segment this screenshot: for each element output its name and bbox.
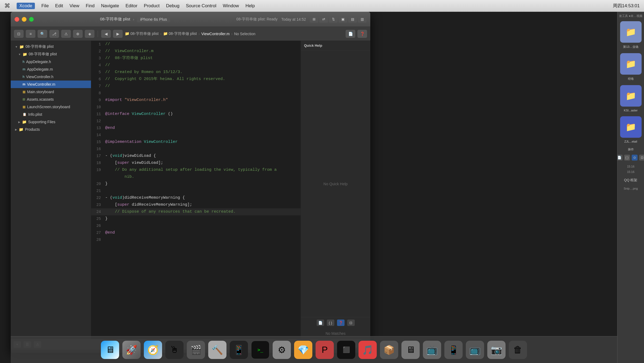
line-num-18: 18 bbox=[91, 159, 105, 166]
menu-window[interactable]: Window bbox=[223, 3, 239, 9]
menu-navigate[interactable]: Navigate bbox=[101, 3, 119, 9]
dock-gear[interactable]: ⚙ bbox=[273, 341, 291, 359]
dock-trash[interactable]: 🗑 bbox=[509, 341, 527, 359]
file-icon-m2: m bbox=[23, 82, 25, 86]
menu-find[interactable]: Find bbox=[86, 3, 94, 9]
nav-item-viewcontroller-m[interactable]: m ViewController.m bbox=[11, 81, 91, 88]
dock-app5[interactable]: 📱 bbox=[444, 341, 463, 359]
layout-btn-assistant[interactable]: ⇄ bbox=[319, 16, 328, 23]
hierarchy-btn[interactable]: ≡ bbox=[26, 30, 35, 38]
issues-btn[interactable]: ⚠ bbox=[61, 30, 71, 38]
layout-btn-version[interactable]: ⇅ bbox=[329, 16, 338, 23]
shelf-folder-1[interactable]: 📁 bbox=[620, 21, 642, 43]
shelf-btn-4[interactable]: ⊡ bbox=[639, 155, 644, 161]
insp-file-btn[interactable]: 📄 bbox=[317, 320, 324, 326]
apple-menu[interactable]: ⌘ bbox=[4, 2, 10, 9]
back-btn[interactable]: ◀ bbox=[101, 30, 111, 38]
line-content-22: - (void)didReceiveMemoryWarning { bbox=[105, 194, 301, 201]
code-line-19b: nib. bbox=[91, 173, 301, 180]
breadcrumb-file[interactable]: ViewController.m bbox=[201, 32, 230, 36]
toolbar-separator bbox=[98, 31, 98, 37]
dock-sketch[interactable]: 💎 bbox=[294, 341, 312, 359]
shelf-folder-3[interactable]: 📁 bbox=[620, 85, 642, 107]
shelf-btn-1[interactable]: 📄 bbox=[617, 155, 623, 161]
insp-accessibility-btn[interactable]: ⊡ bbox=[347, 320, 355, 326]
code-line-5: 5 // Created by Romeo on 15/12/3. bbox=[91, 69, 301, 76]
breadcrumb-group[interactable]: 📁 08-字符串做 plist bbox=[163, 31, 197, 36]
code-line-2: 2 // ViewController.m bbox=[91, 48, 301, 55]
nav-item-launch-storyboard[interactable]: ▦ LaunchScreen.storyboard bbox=[11, 103, 91, 111]
breadcrumb-project[interactable]: 📁 08-字符串做 plist bbox=[125, 31, 159, 36]
nav-item-group[interactable]: ▼ 📁 08-字符串做 plist bbox=[11, 50, 91, 58]
nav-item-viewcontroller-h[interactable]: h ViewController.h bbox=[11, 73, 91, 81]
search-btn[interactable]: 🔍 bbox=[38, 30, 47, 38]
dock-app7[interactable]: 📷 bbox=[487, 341, 506, 359]
nav-item-root[interactable]: ▼ 📁 08-字符串做 plist bbox=[11, 43, 91, 50]
dock-mouse[interactable]: 🖱 bbox=[165, 341, 184, 359]
shelf-folder-4[interactable]: 📁 bbox=[620, 116, 642, 138]
layout-buttons: ⊞ ⇄ ⇅ ▣ ▤ ▥ bbox=[310, 16, 367, 23]
shelf-btn-3[interactable]: ⊙ bbox=[632, 155, 638, 161]
device-label[interactable]: iPhone 6s Plus bbox=[137, 16, 170, 22]
dock-media[interactable]: 🎵 bbox=[358, 341, 377, 359]
nav-label-supporting: Supporting Files bbox=[28, 120, 55, 124]
menu-product[interactable]: Product bbox=[144, 3, 160, 9]
shelf-btn-2[interactable]: { } bbox=[624, 155, 630, 161]
dock-finder[interactable]: 🖥 bbox=[101, 341, 119, 359]
dock-app4[interactable]: 📺 bbox=[423, 341, 441, 359]
folder-icon-shelf-1: 📁 bbox=[625, 27, 636, 37]
nav-item-appdelegate-h[interactable]: h AppDelegate.h bbox=[11, 58, 91, 66]
menu-help[interactable]: Help bbox=[246, 3, 255, 9]
menu-xcode[interactable]: Xcode bbox=[17, 3, 35, 9]
menu-debug[interactable]: Debug bbox=[166, 3, 180, 9]
nav-item-appdelegate-m[interactable]: m AppDelegate.m bbox=[11, 66, 91, 73]
dock-video[interactable]: 🎬 bbox=[187, 341, 205, 359]
forward-btn[interactable]: ▶ bbox=[113, 30, 123, 38]
breakpoint-btn[interactable]: ◈ bbox=[85, 30, 94, 38]
menu-view[interactable]: View bbox=[69, 3, 79, 9]
menu-source-control[interactable]: Source Control bbox=[186, 3, 216, 9]
shelf-folder-2[interactable]: 📁 bbox=[620, 53, 642, 75]
triangle-icon-group: ▼ bbox=[18, 53, 21, 56]
trash-icon: 🗑 bbox=[513, 344, 522, 355]
nav-item-products[interactable]: ▶ 📁 Products bbox=[11, 126, 91, 133]
dock-hammer[interactable]: 🔨 bbox=[208, 341, 226, 359]
code-editor[interactable]: 1 // 2 // ViewController.m 3 // 08-字符串做 … bbox=[91, 41, 301, 339]
menu-file[interactable]: File bbox=[41, 3, 49, 9]
dock-terminal2[interactable]: ⬛ bbox=[337, 341, 355, 359]
minimize-button[interactable] bbox=[22, 17, 27, 22]
dock-app6[interactable]: 📺 bbox=[466, 341, 484, 359]
vcs-btn[interactable]: ⎇ bbox=[49, 30, 59, 38]
find-btn[interactable]: ⊕ bbox=[73, 30, 83, 38]
layout-btn-debug[interactable]: ▤ bbox=[348, 16, 357, 23]
navigator-toggle[interactable]: ⊡ bbox=[14, 30, 24, 38]
nav-item-info-plist[interactable]: 📋 Info.plist bbox=[11, 111, 91, 118]
nav-item-assets[interactable]: ⊞ Assets.xcassets bbox=[11, 96, 91, 103]
dock-terminal[interactable]: >_ bbox=[251, 341, 269, 359]
menu-edit[interactable]: Edit bbox=[55, 3, 63, 9]
close-button[interactable] bbox=[14, 17, 19, 22]
breadcrumb-symbol[interactable]: No Selection bbox=[234, 32, 255, 36]
dock-app2[interactable]: 📦 bbox=[380, 341, 398, 359]
dock-app3[interactable]: 🖥 bbox=[401, 341, 420, 359]
dock-safari[interactable]: 🧭 bbox=[144, 341, 162, 359]
menu-editor[interactable]: Editor bbox=[126, 3, 137, 9]
dock-launchpad[interactable]: 🚀 bbox=[122, 341, 141, 359]
nav-item-main-storyboard[interactable]: ▦ Main.storyboard bbox=[11, 88, 91, 96]
layout-btn-utilities[interactable]: ▥ bbox=[358, 16, 367, 23]
help-btn[interactable]: ❓ bbox=[357, 30, 367, 38]
layout-btn-inspector[interactable]: ▣ bbox=[339, 16, 347, 23]
doc-btn[interactable]: 📄 bbox=[346, 30, 355, 38]
dock-app1[interactable]: P bbox=[316, 341, 334, 359]
dock-iphone[interactable]: 📱 bbox=[230, 341, 248, 359]
zoom-button[interactable] bbox=[29, 17, 34, 22]
build-time: Today at 14:52 bbox=[281, 17, 306, 21]
app3-icon: 🖥 bbox=[406, 344, 415, 355]
insp-history-btn[interactable]: { } bbox=[327, 320, 334, 326]
insp-quick-help-btn[interactable]: ❓ bbox=[337, 320, 345, 326]
nav-item-supporting-files[interactable]: ▶ 📁 Supporting Files bbox=[11, 118, 91, 126]
code-line-25: 25 } bbox=[91, 215, 301, 222]
traffic-lights bbox=[14, 17, 34, 22]
quick-help-panel: Quick Help No Quick Help 📄 { } ❓ ⊡ No Ma… bbox=[301, 41, 370, 339]
layout-btn-navigator[interactable]: ⊞ bbox=[310, 16, 318, 23]
